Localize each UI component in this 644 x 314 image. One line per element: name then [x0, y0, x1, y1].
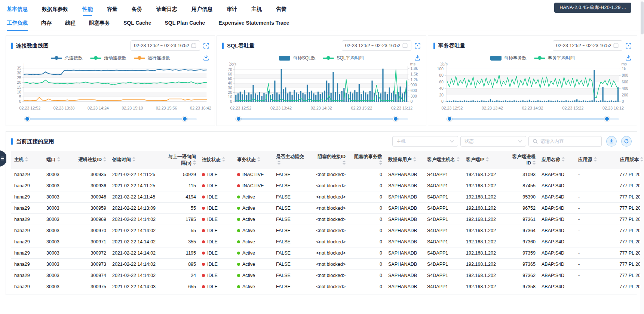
- table-row[interactable]: hana29300033009712021-02-22 14:14:02355I…: [11, 236, 644, 247]
- connections-line-chart[interactable]: 05101520253035↑02.23 12:5202.23 13:3802.…: [11, 63, 209, 113]
- tab-主机[interactable]: 主机: [251, 6, 262, 16]
- tab-告警[interactable]: 告警: [276, 6, 286, 16]
- table-row[interactable]: hana29300033009592021-02-22 14:13:0955ID…: [11, 203, 644, 214]
- sql-throughput-chart[interactable]: 01020304050607003006009001.2k1.5k1.8kms次…: [222, 63, 420, 113]
- column-header-应用版本[interactable]: 应用版本: [608, 151, 644, 169]
- tab-线程[interactable]: 线程: [65, 20, 76, 31]
- column-header-端口[interactable]: 端口: [43, 151, 73, 169]
- zoom-slider-handle-right[interactable]: [182, 116, 187, 121]
- tab-内存[interactable]: 内存: [41, 20, 52, 31]
- tab-工作负载[interactable]: 工作负载: [7, 20, 28, 31]
- expand-chart-button[interactable]: [414, 43, 421, 49]
- legend-item-每秒SQL数[interactable]: 每秒SQL数: [279, 55, 315, 61]
- column-header-是否主动提交[interactable]: 是否主动提交: [273, 151, 310, 169]
- sort-icon[interactable]: [485, 157, 489, 161]
- chart-zoom-slider[interactable]: [24, 116, 197, 122]
- table-row[interactable]: hana29300033009362021-02-22 14:11:25115I…: [11, 180, 644, 191]
- search-input[interactable]: 请输入内容: [528, 136, 602, 147]
- host-filter-select[interactable]: 主机: [392, 136, 458, 147]
- table-row[interactable]: hana29300033009352021-02-22 14:11:255092…: [11, 169, 644, 180]
- table-refresh-button[interactable]: [621, 136, 632, 147]
- chart-zoom-slider[interactable]: [235, 116, 408, 122]
- tab-审计[interactable]: 审计: [227, 6, 237, 16]
- sort-icon[interactable]: [413, 157, 416, 161]
- download-chart-button[interactable]: [414, 54, 421, 61]
- table-row[interactable]: hana29300033009732021-02-22 14:14:02895I…: [11, 259, 644, 270]
- sort-icon[interactable]: [456, 157, 460, 161]
- sort-icon[interactable]: [257, 157, 260, 161]
- column-header-客户端进程ID[interactable]: 客户端进程ID: [505, 151, 539, 169]
- sort-icon[interactable]: [103, 157, 106, 161]
- legend-item-每秒事务数[interactable]: 每秒事务数: [490, 55, 527, 61]
- sort-icon[interactable]: [594, 157, 597, 161]
- sort-icon[interactable]: [193, 160, 196, 165]
- date-range-picker[interactable]: 02-23 12:52 ~ 02-23 16:52: [553, 40, 622, 51]
- tab-阻塞事务[interactable]: 阻塞事务: [89, 20, 110, 31]
- download-chart-button[interactable]: [203, 54, 209, 61]
- legend-item-活动连接数[interactable]: 活动连接数: [90, 55, 126, 61]
- sort-icon[interactable]: [25, 157, 28, 161]
- sort-icon[interactable]: [132, 157, 135, 161]
- sort-icon[interactable]: [57, 157, 60, 161]
- txn-throughput-chart[interactable]: 02040608010002004006008001kms次/s02.23 12…: [433, 63, 632, 113]
- legend-item-SQL平均时间[interactable]: SQL平均时间: [323, 55, 364, 61]
- tab-诊断日志[interactable]: 诊断日志: [156, 6, 177, 16]
- column-header-与上一语句间隔(s)[interactable]: 与上一语句间隔(s): [162, 151, 199, 169]
- table-row[interactable]: hana29300033009462021-02-22 14:11:454194…: [11, 191, 644, 203]
- zoom-slider-range[interactable]: [450, 118, 607, 120]
- column-header-阻塞的事务数[interactable]: 阻塞的事务数: [349, 151, 385, 169]
- sort-icon[interactable]: [222, 157, 225, 161]
- tab-用户信息[interactable]: 用户信息: [191, 6, 212, 16]
- column-header-连接状态[interactable]: 连接状态: [199, 151, 234, 169]
- sort-icon[interactable]: [561, 157, 565, 161]
- sort-icon[interactable]: [277, 160, 280, 165]
- tab-Expensive Statements Trace[interactable]: Expensive Statements Trace: [218, 20, 289, 31]
- expand-chart-button[interactable]: [625, 43, 632, 49]
- status-filter-select[interactable]: 状态: [460, 136, 526, 147]
- tab-备份[interactable]: 备份: [132, 6, 142, 16]
- chart-zoom-slider[interactable]: [446, 116, 619, 122]
- table-row[interactable]: hana29300033009702021-02-22 14:14:0255ID…: [11, 225, 644, 236]
- date-range-picker[interactable]: 02-23 12:52 ~ 02-23 16:52: [131, 40, 200, 51]
- table-row[interactable]: hana29300033009752021-02-22 14:14:03655I…: [11, 281, 644, 292]
- expand-chart-button[interactable]: [203, 43, 209, 49]
- zoom-slider-handle-left[interactable]: [236, 116, 241, 121]
- sort-icon[interactable]: [640, 157, 643, 161]
- column-header-创建时间[interactable]: 创建时间: [109, 151, 162, 169]
- download-chart-button[interactable]: [625, 54, 632, 61]
- sort-icon[interactable]: [532, 160, 536, 165]
- column-header-主机[interactable]: 主机: [11, 151, 43, 169]
- column-header-阻塞的连接ID[interactable]: 阻塞的连接ID: [310, 151, 349, 169]
- tab-容量[interactable]: 容量: [107, 6, 117, 16]
- zoom-slider-handle-right[interactable]: [604, 116, 610, 121]
- column-header-事务状态[interactable]: 事务状态: [234, 151, 273, 169]
- tab-SQL Plan Cache[interactable]: SQL Plan Cache: [165, 20, 205, 31]
- legend-item-总连接数[interactable]: 总连接数: [51, 55, 83, 61]
- instance-badge[interactable]: HANA-2.0.45-单库-H20-1.29 ...: [554, 3, 631, 13]
- zoom-slider-handle-left[interactable]: [25, 116, 30, 121]
- column-header-客户端IP[interactable]: 客户端IP: [463, 151, 505, 169]
- tab-SQL Cache[interactable]: SQL Cache: [123, 20, 151, 31]
- zoom-slider-handle-right[interactable]: [393, 116, 398, 121]
- table-download-button[interactable]: [606, 136, 617, 147]
- table-row[interactable]: hana29300033009692021-02-22 14:14:021795…: [11, 214, 644, 225]
- column-header-逻辑连接ID[interactable]: 逻辑连接ID: [73, 151, 109, 169]
- zoom-slider-range[interactable]: [239, 118, 396, 120]
- table-row[interactable]: hana29300033009742021-02-22 14:14:0224ID…: [11, 270, 644, 281]
- date-range-picker[interactable]: 02-23 12:52 ~ 02-23 16:52: [342, 40, 411, 51]
- tab-基本信息[interactable]: 基本信息: [7, 6, 28, 16]
- column-header-数据库用户[interactable]: 数据库用户: [385, 151, 424, 169]
- sort-icon[interactable]: [342, 160, 346, 165]
- column-header-应用名称[interactable]: 应用名称: [539, 151, 575, 169]
- table-row[interactable]: hana29300033009722021-02-22 14:14:021195…: [11, 247, 644, 259]
- sort-icon[interactable]: [379, 160, 382, 165]
- tab-性能[interactable]: 性能: [82, 6, 93, 16]
- zoom-slider-handle-left[interactable]: [447, 116, 452, 121]
- column-header-客户端主机名[interactable]: 客户端主机名: [424, 151, 463, 169]
- scrollbar-thumb[interactable]: [641, 1, 644, 34]
- zoom-slider-range[interactable]: [27, 118, 185, 120]
- legend-item-事务平均时间[interactable]: 事务平均时间: [534, 55, 575, 61]
- column-header-应用源[interactable]: 应用源: [575, 151, 608, 169]
- tab-数据库参数[interactable]: 数据库参数: [42, 6, 68, 16]
- legend-item-运行连接数[interactable]: 运行连接数: [134, 55, 170, 61]
